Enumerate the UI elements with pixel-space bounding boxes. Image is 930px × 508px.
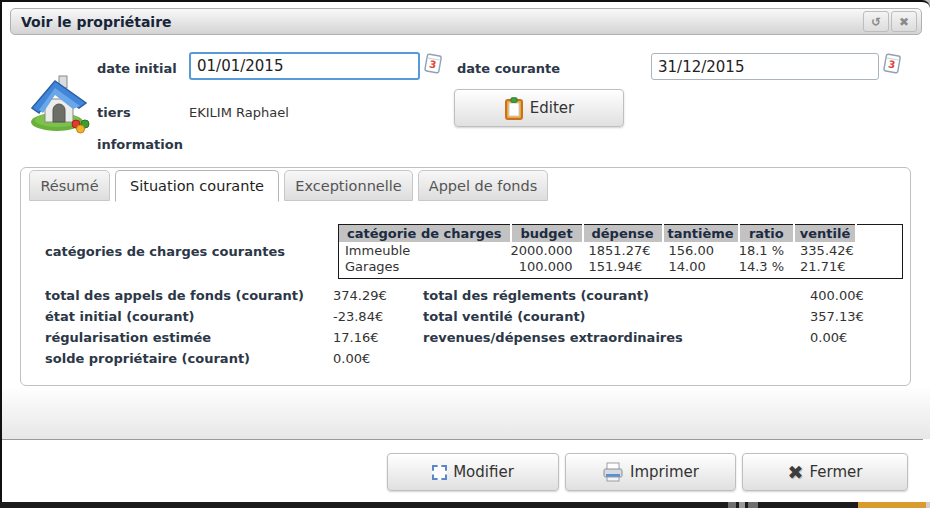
date-courante-input[interactable] xyxy=(651,53,879,80)
tiers-value: EKILIM Raphael xyxy=(189,105,289,120)
col-ratio: ratio xyxy=(739,225,794,242)
house-icon xyxy=(26,69,92,135)
refresh-button[interactable]: ↺ xyxy=(863,11,889,32)
col-depense: dépense xyxy=(583,225,663,242)
table-row: Immeuble 2000.000 1851.27€ 156.00 18.1 %… xyxy=(339,242,903,259)
cell: 156.00 xyxy=(663,242,739,259)
summary-label: régularisation estimée xyxy=(45,330,211,345)
fermer-label: Fermer xyxy=(809,463,862,481)
cell: 14.00 xyxy=(663,259,739,279)
tab-panel: Résumé Situation courante Exceptionnelle… xyxy=(20,167,911,386)
charges-table-header-row: catégorie de charges budget dépense tant… xyxy=(339,225,903,242)
summary-value: -23.84€ xyxy=(333,309,383,324)
imprimer-button[interactable]: Imprimer xyxy=(565,453,736,491)
strip-segment xyxy=(926,502,930,508)
table-row: Garages 100.000 151.94€ 14.00 14.3 % 21.… xyxy=(339,259,903,279)
tiers-label: tiers xyxy=(97,105,131,120)
screen: Voir le propriétaire ↺ ✖ date initial xyxy=(0,0,930,508)
summary-label: revenues/dépenses extraordinaires xyxy=(423,330,683,345)
cell: 151.94€ xyxy=(583,259,663,279)
editer-label: Editer xyxy=(530,99,574,117)
close-x-icon: ✖ xyxy=(788,463,804,482)
tab-situation-courante[interactable]: Situation courante xyxy=(115,170,279,202)
cell: Garages xyxy=(339,259,511,279)
modifier-button[interactable]: Modifier xyxy=(387,453,559,491)
cell: 1851.27€ xyxy=(583,242,663,259)
dialog-title: Voir le propriétaire xyxy=(21,14,861,30)
printer-icon xyxy=(602,462,624,483)
col-filler xyxy=(856,225,902,242)
tab-resume[interactable]: Résumé xyxy=(29,170,110,201)
summary-label: état initial (courant) xyxy=(45,309,195,324)
edit-selection-icon xyxy=(432,465,447,480)
editer-button[interactable]: Editer xyxy=(454,89,624,127)
summary-label: total des appels de fonds (courant) xyxy=(45,288,304,303)
summary-label: total des réglements (courant) xyxy=(423,288,649,303)
cell: Immeuble xyxy=(339,242,511,259)
strip-segment xyxy=(739,502,745,508)
cell: 14.3 % xyxy=(739,259,794,279)
summary-row: solde propriétaire (courant) 0.00€ xyxy=(21,351,910,368)
imprimer-label: Imprimer xyxy=(630,463,699,481)
summary-value: 357.13€ xyxy=(810,309,864,324)
strip-accent-segment xyxy=(858,502,926,508)
summary-row: régularisation estimée 17.16€ revenues/d… xyxy=(21,330,910,347)
footer-band xyxy=(2,386,930,439)
tab-bar: Résumé Situation courante Exceptionnelle… xyxy=(29,170,548,202)
cell: 21.71€ xyxy=(794,259,856,279)
refresh-icon: ↺ xyxy=(871,15,881,29)
col-budget: budget xyxy=(511,225,583,242)
summary-value: 17.16€ xyxy=(333,330,379,345)
tab-appel-de-fonds[interactable]: Appel de fonds xyxy=(418,170,548,201)
summary-value: 400.00€ xyxy=(810,288,864,303)
cell: 18.1 % xyxy=(739,242,794,259)
date-courante-calendar-button[interactable]: 3 xyxy=(881,52,903,76)
dialog-titlebar: Voir le propriétaire ↺ ✖ xyxy=(10,8,922,35)
date-initial-calendar-button[interactable]: 3 xyxy=(422,52,444,76)
close-icon: ✖ xyxy=(899,15,909,29)
date-courante-label: date courante xyxy=(457,61,560,76)
clipboard-icon xyxy=(504,97,524,120)
summary-value: 0.00€ xyxy=(333,351,370,366)
dialog-voir-proprietaire: Voir le propriétaire ↺ ✖ date initial xyxy=(0,0,930,502)
summary-value: 0.00€ xyxy=(810,330,847,345)
summary-label: solde propriétaire (courant) xyxy=(45,351,250,366)
charges-table: catégorie de charges budget dépense tant… xyxy=(338,224,903,279)
col-tantieme: tantième xyxy=(663,225,739,242)
calendar-icon: 3 xyxy=(881,52,903,76)
charges-section-label: catégories de charges courantes xyxy=(45,244,285,259)
fermer-button[interactable]: ✖ Fermer xyxy=(742,453,908,491)
cell: 100.000 xyxy=(511,259,583,279)
col-categorie: catégorie de charges xyxy=(339,225,511,242)
col-ventile: ventilé xyxy=(794,225,856,242)
summary-label: total ventilé (courant) xyxy=(423,309,586,324)
summary-value: 374.29€ xyxy=(333,288,387,303)
close-button[interactable]: ✖ xyxy=(891,11,917,32)
strip-segment xyxy=(728,502,736,508)
background-window-strip xyxy=(0,502,930,508)
cell: 335.42€ xyxy=(794,242,856,259)
date-initial-input[interactable] xyxy=(189,52,420,80)
strip-segment xyxy=(748,502,758,508)
tab-exceptionnelle[interactable]: Exceptionnelle xyxy=(284,170,413,201)
footer-divider xyxy=(2,439,923,440)
cell: 2000.000 xyxy=(511,242,583,259)
cell xyxy=(856,259,902,279)
date-initial-label: date initial xyxy=(97,61,177,76)
calendar-icon: 3 xyxy=(422,52,444,76)
information-label: information xyxy=(97,137,183,152)
modifier-label: Modifier xyxy=(453,463,514,481)
cell xyxy=(856,242,902,259)
summary-row: état initial (courant) -23.84€ total ven… xyxy=(21,309,910,326)
summary-row: total des appels de fonds (courant) 374.… xyxy=(21,288,910,305)
